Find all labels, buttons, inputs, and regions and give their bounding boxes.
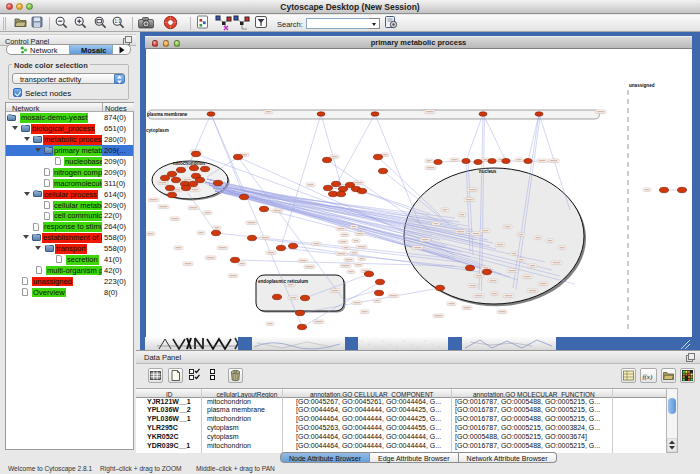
svg-text:cytoplasm: cytoplasm [146, 128, 169, 133]
svg-text:f(x): f(x) [643, 372, 653, 380]
svg-text:unassigned: unassigned [629, 83, 655, 88]
svg-text:plasma membrane: plasma membrane [147, 112, 188, 117]
